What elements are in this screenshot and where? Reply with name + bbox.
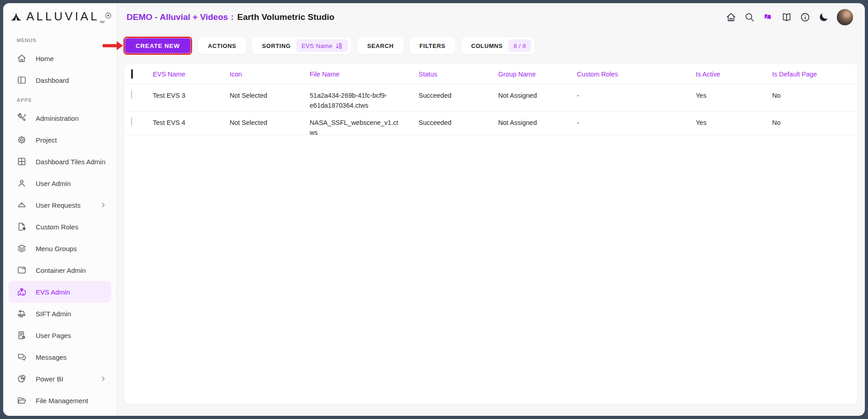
sidebar-item-project[interactable]: Project xyxy=(9,129,111,151)
info-icon[interactable] xyxy=(800,12,811,23)
page-title: Earth Volumetric Studio xyxy=(237,12,335,22)
cell-icon: Not Selected xyxy=(230,112,310,128)
sidebar-item-label: Container Admin xyxy=(36,267,86,274)
dark-mode-icon[interactable] xyxy=(818,12,829,23)
avatar[interactable] xyxy=(837,9,853,25)
cell-custom-roles: - xyxy=(577,112,696,128)
cell-status: Succeeded xyxy=(419,112,498,128)
sidebar: ALLUVIALSM MENUS Home Dashboard APPS xyxy=(3,3,117,416)
column-header-file-name[interactable]: File Name xyxy=(310,71,419,78)
sidebar-item-sift-admin[interactable]: SIFT Admin xyxy=(9,303,111,324)
cell-icon: Not Selected xyxy=(230,85,310,101)
main-header: DEMO - Alluvial + Videos:Earth Volumetri… xyxy=(117,3,865,31)
gear-icon xyxy=(17,135,27,145)
column-header-evs-name[interactable]: EVS Name xyxy=(153,71,230,78)
sidebar-item-container-admin[interactable]: Container Admin xyxy=(9,259,111,281)
sidebar-item-administration[interactable]: Administration xyxy=(9,107,111,129)
sidebar-item-label: EVS Admin xyxy=(36,288,70,296)
select-all-checkbox[interactable] xyxy=(131,69,133,79)
home-icon[interactable] xyxy=(726,12,736,23)
columns-count-chip: 8 / 8 xyxy=(508,39,531,52)
sidebar-item-label: Messages xyxy=(36,353,66,361)
sorting-button-label: SORTING xyxy=(262,43,290,49)
pie-chart-icon xyxy=(17,374,27,384)
book-icon[interactable] xyxy=(781,12,792,23)
sidebar-item-evs-admin[interactable]: EVS Admin xyxy=(9,281,111,303)
row-checkbox[interactable] xyxy=(131,117,132,126)
main-content: DEMO - Alluvial + Videos:Earth Volumetri… xyxy=(117,3,865,416)
column-header-custom-roles[interactable]: Custom Roles xyxy=(577,71,696,78)
sidebar-item-file-management[interactable]: File Management xyxy=(9,390,111,411)
evs-table-card: EVS Name Icon File Name Status Group Nam… xyxy=(124,64,857,404)
sidebar-item-label: User Pages xyxy=(36,332,71,339)
nav-section-apps: APPS xyxy=(3,91,117,107)
sidebar-item-label: File Management xyxy=(36,397,88,405)
chevron-right-icon xyxy=(99,201,107,209)
row-checkbox[interactable] xyxy=(131,90,132,99)
sidebar-item-home[interactable]: Home xyxy=(9,48,111,69)
columns-button-label: COLUMNS xyxy=(471,43,503,49)
header-icons xyxy=(726,9,853,25)
header-checkbox-cell xyxy=(131,70,153,78)
sidebar-item-power-bi[interactable]: Power BI xyxy=(9,368,111,390)
toolbar: CREATE NEW ACTIONS SORTING EVS Name SEAR… xyxy=(117,37,865,55)
breadcrumb-context[interactable]: DEMO - Alluvial + Videos xyxy=(127,12,228,22)
column-header-group-name[interactable]: Group Name xyxy=(498,71,577,78)
sorting-value-chip: EVS Name xyxy=(296,39,348,52)
sidebar-item-label: Dashboard xyxy=(36,76,69,84)
column-header-is-default-page[interactable]: Is Default Page xyxy=(772,71,857,78)
alluvial-logo-icon xyxy=(10,11,22,23)
column-header-status[interactable]: Status xyxy=(419,71,498,78)
window-frame: ALLUVIALSM MENUS Home Dashboard APPS xyxy=(0,0,868,419)
create-new-button[interactable]: CREATE NEW xyxy=(125,38,191,53)
cell-is-active: Yes xyxy=(696,85,772,101)
cell-is-active: Yes xyxy=(696,112,772,128)
nav-section-menus: MENUS xyxy=(3,31,117,48)
home-icon xyxy=(17,53,27,63)
sidebar-item-user-requests[interactable]: User Requests xyxy=(9,194,111,216)
chat-bubbles-icon xyxy=(17,352,27,362)
sidebar-item-label: Menu Groups xyxy=(36,245,77,252)
notifications-icon[interactable] xyxy=(763,12,774,23)
sidebar-item-menu-groups[interactable]: Menu Groups xyxy=(9,238,111,259)
cell-is-default-page: No xyxy=(772,112,857,128)
column-header-is-active[interactable]: Is Active xyxy=(696,71,772,78)
sidebar-item-user-admin[interactable]: User Admin xyxy=(9,172,111,194)
layers-icon xyxy=(17,243,27,253)
search-icon[interactable] xyxy=(744,12,755,23)
table-row[interactable]: Test EVS 4 Not Selected NASA_SSFL_websce… xyxy=(124,112,857,135)
columns-button[interactable]: COLUMNS 8 / 8 xyxy=(461,37,534,54)
cell-is-default-page: No xyxy=(772,85,857,101)
breadcrumb: DEMO - Alluvial + Videos:Earth Volumetri… xyxy=(127,12,335,22)
sidebar-item-dashboard-tiles-admin[interactable]: Dashboard Tiles Admin xyxy=(9,151,111,172)
sidebar-item-label: Dashboard Tiles Admin xyxy=(36,158,105,166)
window-icon xyxy=(17,265,27,275)
sidebar-item-label: User Admin xyxy=(36,180,71,187)
search-button[interactable]: SEARCH xyxy=(357,37,404,54)
app-container: ALLUVIALSM MENUS Home Dashboard APPS xyxy=(3,3,865,416)
dashboard-icon xyxy=(17,75,27,85)
sorting-button[interactable]: SORTING EVS Name xyxy=(252,37,351,54)
sidebar-item-label: Administration xyxy=(36,114,79,122)
table-row[interactable]: Test EVS 3 Not Selected 51a2a434-269b-41… xyxy=(124,85,857,112)
sidebar-item-label: Home xyxy=(36,55,54,62)
cell-custom-roles: - xyxy=(577,85,696,101)
cell-file-name: 51a2a434-269b-41fc-bcf9-e61da1870364.ctw… xyxy=(310,85,419,111)
sidebar-item-custom-roles[interactable]: Custom Roles xyxy=(9,216,111,238)
chevron-right-icon xyxy=(99,375,107,382)
sidebar-item-user-pages[interactable]: User Pages xyxy=(9,324,111,346)
sidebar-header: ALLUVIALSM xyxy=(3,3,117,29)
sorting-value: EVS Name xyxy=(302,43,332,49)
breadcrumb-separator: : xyxy=(231,12,233,22)
sidebar-item-dashboard[interactable]: Dashboard xyxy=(9,69,111,91)
sidebar-collapse-toggle-icon[interactable] xyxy=(104,12,112,21)
row-checkbox-cell xyxy=(131,85,153,99)
filters-button[interactable]: FILTERS xyxy=(410,37,455,54)
user-icon xyxy=(17,178,27,188)
actions-button[interactable]: ACTIONS xyxy=(198,37,246,54)
sidebar-item-label: SIFT Admin xyxy=(36,310,71,318)
sidebar-nav: MENUS Home Dashboard APPS Administration xyxy=(3,29,117,416)
column-header-icon[interactable]: Icon xyxy=(230,71,310,78)
sidebar-item-translations[interactable]: Translations xyxy=(9,411,111,416)
sidebar-item-messages[interactable]: Messages xyxy=(9,346,111,368)
